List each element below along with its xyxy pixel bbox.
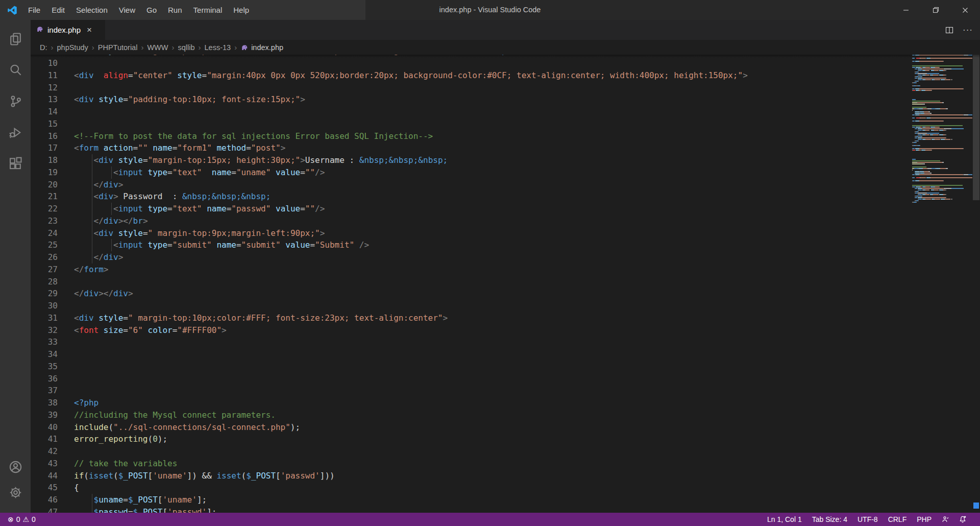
code-line[interactable]: 46 $uname=$_POST['uname']; [31, 494, 909, 506]
vertical-scrollbar[interactable] [972, 55, 980, 513]
code-line[interactable]: 40include("../sql-connections/sql-connec… [31, 421, 909, 434]
breadcrumb-segment[interactable]: PHPTutorial [98, 43, 138, 52]
code-line[interactable]: 28 [31, 276, 909, 288]
code-text: // take the variables [74, 458, 177, 470]
menu-edit[interactable]: Edit [46, 0, 70, 20]
menu-terminal[interactable]: Terminal [188, 0, 228, 20]
account-button[interactable] [3, 455, 28, 479]
code-text: <div style=" margin-top:10px;color:#FFF;… [74, 312, 448, 324]
code-text: <input type="text" name="uname" value=""… [74, 166, 325, 179]
line-number: 15 [31, 118, 58, 130]
minimap[interactable] [912, 55, 972, 513]
code-line[interactable]: 35 [31, 361, 909, 373]
code-text: <div style=" margin-top:9px;margin-left:… [74, 227, 325, 240]
window-title: index.php - Visual Studio Code [439, 0, 541, 20]
code-line[interactable]: 41error_reporting(0); [31, 433, 909, 445]
code-line[interactable]: 36 [31, 373, 909, 385]
sidebar-item-explorer[interactable] [3, 27, 28, 51]
scrollbar-thumb[interactable] [973, 55, 979, 200]
breadcrumb-separator-icon: › [51, 43, 54, 52]
code-line[interactable]: 45{ [31, 482, 909, 494]
breadcrumb-separator-icon: › [199, 43, 201, 52]
sidebar-item-run-debug[interactable] [3, 120, 28, 145]
tab-close-icon[interactable]: × [87, 26, 92, 34]
restore-button[interactable] [921, 0, 950, 20]
code-line[interactable]: 38<?php [31, 397, 909, 409]
code-line[interactable]: 13<div style="padding-top:10px; font-siz… [31, 93, 909, 106]
code-line[interactable]: 32<font size="6" color="#FFFF00"> [31, 324, 909, 337]
code-line[interactable]: 47 $passwd=$_POST['passwd']; [31, 506, 909, 513]
code-line[interactable]: 10 [31, 57, 909, 69]
sidebar-item-extensions[interactable] [3, 151, 28, 176]
code-line[interactable]: 20 </div> [31, 179, 909, 191]
menu-selection[interactable]: Selection [70, 0, 113, 20]
window-controls [891, 0, 980, 20]
status-tab-size[interactable]: Tab Size: 4 [810, 515, 850, 523]
breadcrumb-segment[interactable]: Less-13 [205, 43, 231, 52]
code-line[interactable]: 24 <div style=" margin-top:9px;margin-le… [31, 227, 909, 240]
minimize-button[interactable] [891, 0, 921, 20]
code-line[interactable]: 44if(isset($_POST['uname']) && isset($_P… [31, 470, 909, 482]
code-line[interactable]: 25 <input type="submit" name="submit" va… [31, 239, 909, 251]
tab-index-php[interactable]: index.php × [31, 20, 105, 40]
code-line[interactable]: 21 <div> Password : &nbsp;&nbsp;&nbsp; [31, 190, 909, 203]
split-editor-icon[interactable] [945, 26, 953, 34]
close-window-button[interactable] [950, 0, 980, 20]
status-language-mode[interactable]: PHP [914, 515, 934, 523]
menu-help[interactable]: Help [228, 0, 255, 20]
code-line[interactable]: 18 <div style="margin-top:15px; height:3… [31, 154, 909, 166]
status-eol-sequence[interactable]: CRLF [886, 515, 910, 523]
breadcrumb-file[interactable]: index.php [240, 43, 283, 52]
settings-gear-icon [9, 486, 22, 499]
code-line[interactable]: 12 [31, 82, 909, 94]
code-line[interactable]: 42 [31, 445, 909, 458]
code-line[interactable]: 23 </div></br> [31, 215, 909, 227]
code-line[interactable]: 15 [31, 118, 909, 130]
settings-button[interactable] [3, 480, 28, 505]
code-line[interactable]: 33 [31, 336, 909, 348]
code-text: </div></div> [74, 288, 133, 300]
status-encoding[interactable]: UTF-8 [855, 515, 880, 523]
line-number: 23 [31, 215, 58, 227]
code-line[interactable]: 39//including the Mysql connect paramete… [31, 409, 909, 421]
php-elephant-icon [240, 43, 249, 52]
code-line[interactable]: 22 <input type="text" name="passwd" valu… [31, 203, 909, 215]
code-line[interactable]: 26 </div> [31, 251, 909, 264]
code-line[interactable]: 43// take the variables [31, 458, 909, 470]
code-line[interactable]: 30 [31, 300, 909, 312]
menu-go[interactable]: Go [141, 0, 162, 20]
sidebar-item-search[interactable] [3, 58, 28, 82]
activity-bar [0, 20, 31, 513]
status-cursor-position[interactable]: Ln 1, Col 1 [765, 515, 804, 523]
code-line[interactable]: 37 [31, 385, 909, 397]
code-line[interactable]: 19 <input type="text" name="uname" value… [31, 166, 909, 179]
line-number: 26 [31, 251, 58, 264]
line-number: 17 [31, 142, 58, 154]
sidebar-item-source-control[interactable] [3, 89, 28, 113]
breadcrumb-segment[interactable]: D: [40, 43, 47, 52]
line-number: 12 [31, 82, 58, 94]
code-line[interactable]: 11<div align="center" style="margin:40px… [31, 69, 909, 82]
notifications-button[interactable] [957, 515, 969, 523]
code-line[interactable]: 16<!--Form to post the data for sql inje… [31, 130, 909, 142]
code-line[interactable]: 17<form action="" name="form1" method="p… [31, 142, 909, 154]
code-line[interactable]: 14 [31, 106, 909, 118]
breadcrumb-file-label: index.php [251, 43, 283, 52]
code-line[interactable]: 27</form> [31, 264, 909, 276]
feedback-button[interactable] [939, 515, 951, 523]
breadcrumb-segment[interactable]: WWW [147, 43, 168, 52]
breadcrumb-segment[interactable]: phpStudy [57, 43, 88, 52]
code-line[interactable]: 31<div style=" margin-top:10px;color:#FF… [31, 312, 909, 324]
php-elephant-icon [36, 25, 44, 33]
menu-view[interactable]: View [113, 0, 141, 20]
more-actions-icon[interactable]: ··· [963, 25, 973, 35]
menu-run[interactable]: Run [162, 0, 188, 20]
menu-file[interactable]: File [22, 0, 46, 20]
breadcrumb: D:›phpStudy›PHPTutorial›WWW›sqllib›Less-… [31, 40, 980, 55]
breadcrumb-segment[interactable]: sqllib [178, 43, 194, 52]
line-number: 45 [31, 482, 58, 494]
code-line[interactable]: 29</div></div> [31, 288, 909, 300]
code-editor[interactable]: <div style=" margin-top:70px;color:#FFF;… [31, 55, 980, 513]
code-line[interactable]: 34 [31, 348, 909, 361]
problems-button[interactable]: ⊗ 0 ⚠ 0 [5, 515, 38, 523]
